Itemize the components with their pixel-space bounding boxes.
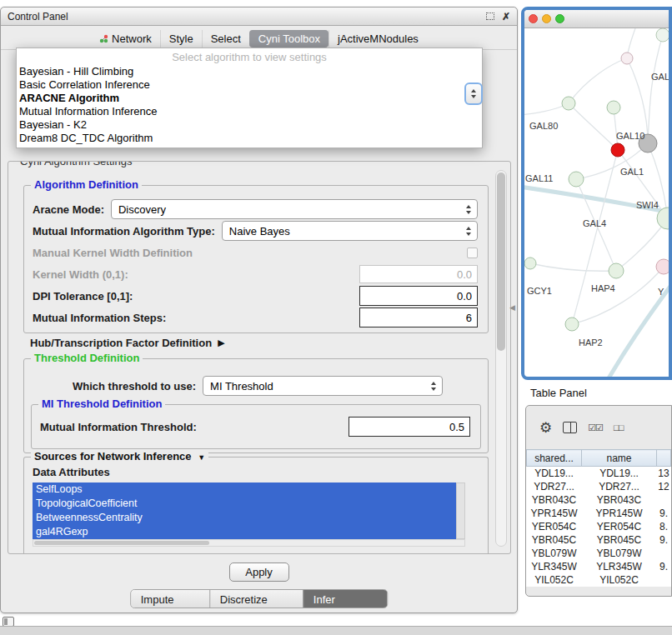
manual-kernel-label: Manual Kernel Width Definition — [33, 247, 193, 259]
algorithm-option-bayesian-hill-climbing[interactable]: Bayesian - Hill Climbing — [17, 65, 482, 78]
column-header-shared-name[interactable]: shared... — [527, 450, 582, 467]
table-row[interactable]: YLR345WYLR345W9. — [527, 560, 671, 573]
hub-definition-label: Hub/Transcription Factor Definition — [30, 337, 212, 349]
network-node[interactable] — [565, 318, 579, 331]
network-node[interactable] — [569, 172, 584, 187]
chevron-down-icon: ▼ — [198, 453, 205, 462]
select-all-icon[interactable]: ☑☑ — [588, 422, 603, 433]
sources-group: Sources for Network Inference ▼ Data Att… — [23, 457, 489, 554]
bottom-tab-discretize-data[interactable]: Discretize Data — [209, 590, 303, 608]
deselect-all-icon[interactable]: □□ — [614, 422, 623, 432]
control-panel-title: Control Panel — [8, 11, 486, 22]
algorithm-popup-list: Bayesian - Hill ClimbingBasic Correlatio… — [17, 65, 482, 145]
tab-network[interactable]: Network — [91, 30, 160, 48]
minimize-window-icon[interactable] — [542, 14, 551, 23]
sources-group-title[interactable]: Sources for Network Inference ▼ — [31, 450, 208, 462]
network-node[interactable] — [621, 52, 633, 64]
kernel-width-input[interactable] — [359, 265, 478, 283]
aracne-mode-select[interactable]: Discovery — [111, 199, 478, 219]
settings-scrollbar-thumb[interactable] — [497, 172, 505, 351]
tab-style[interactable]: Style — [160, 30, 202, 48]
aracne-mode-label: Aracne Mode: — [33, 203, 104, 216]
network-tab-icon — [99, 34, 108, 43]
settings-scrollbar[interactable] — [495, 170, 507, 547]
table-row[interactable]: YDR27...YDR27...12 — [527, 480, 671, 493]
table-row[interactable]: YDL19...YDL19...13 — [527, 467, 671, 480]
panel-collapse-handle[interactable]: ◀ — [509, 303, 515, 312]
which-threshold-label: Which threshold to use: — [73, 380, 196, 392]
mi-steps-row: Mutual Information Steps: — [33, 308, 478, 328]
table-row[interactable]: YBR045CYBR045C9. — [527, 533, 671, 547]
network-node[interactable] — [562, 97, 575, 110]
which-threshold-select[interactable]: MI Threshold — [203, 376, 443, 396]
which-threshold-value: MI Threshold — [210, 380, 431, 392]
table-body: YDL19...YDL19...13YDR27...YDR27...12YBR0… — [527, 467, 671, 587]
data-attributes-label: Data Attributes — [33, 466, 110, 478]
float-window-icon[interactable] — [486, 12, 494, 20]
table-row[interactable]: YER054CYER054C8. — [527, 520, 671, 533]
tab-cyni-toolbox[interactable]: Cyni Toolbox — [249, 30, 328, 48]
network-node[interactable] — [609, 263, 624, 278]
network-node[interactable] — [524, 258, 536, 269]
algorithm-option-bayesian-k2[interactable]: Bayesian - K2 — [17, 118, 482, 132]
table-row[interactable]: YBL079WYBL079W — [527, 547, 671, 560]
combo-spinner-icon — [466, 204, 472, 215]
network-node[interactable] — [656, 28, 669, 42]
attribute-item-topologicalcoefficient[interactable]: TopologicalCoefficient — [33, 497, 456, 511]
node-label-gal10: GAL10 — [616, 131, 644, 141]
combo-spinner-icon — [471, 88, 477, 99]
mi-type-select[interactable]: Naive Bayes — [222, 221, 478, 241]
network-node[interactable] — [611, 143, 624, 157]
algorithm-combobox-fragment[interactable] — [464, 82, 483, 105]
node-label-y: Y — [658, 287, 664, 297]
manual-kernel-checkbox[interactable] — [467, 248, 478, 258]
data-attributes-list: SelfLoopsTopologicalCoefficientBetweenne… — [33, 482, 456, 539]
node-label-gal11: GAL11 — [525, 173, 553, 183]
attributes-horizontal-scrollbar[interactable] — [33, 539, 465, 547]
dpi-tolerance-label: DPI Tolerance [0,1]: — [33, 290, 133, 302]
network-edge — [530, 263, 616, 271]
algorithm-dropdown-popup: Select algorithm to view settings Bayesi… — [16, 48, 483, 148]
combo-spinner-icon — [431, 381, 437, 392]
mi-steps-input[interactable] — [359, 308, 478, 328]
algorithm-option-mutual-information-inference[interactable]: Mutual Information Inference — [17, 105, 482, 118]
algorithm-option-dream8-dc-tdc-algorithm[interactable]: Dream8 DC_TDC Algorithm — [17, 132, 482, 145]
table-row[interactable]: YPR145WYPR145W9. — [527, 507, 671, 520]
column-header-clipped[interactable] — [657, 450, 671, 467]
table-settings-gear-icon[interactable]: ⚙ — [539, 421, 552, 435]
control-panel-tabs: NetworkStyleSelectCyni ToolboxjActiveMNo… — [1, 28, 517, 50]
tab-jactivemnodules[interactable]: jActiveMNodules — [328, 30, 427, 48]
zoom-window-icon[interactable] — [555, 14, 564, 23]
table-row[interactable]: YBR043CYBR043C — [527, 493, 671, 507]
network-node[interactable] — [607, 101, 620, 114]
algorithm-option-basic-correlation-inference[interactable]: Basic Correlation Inference — [17, 78, 482, 92]
aracne-mode-row: Aracne Mode: Discovery — [33, 199, 478, 219]
apply-button[interactable]: Apply — [229, 562, 289, 582]
columns-icon[interactable] — [563, 422, 577, 433]
combo-spinner-icon — [466, 226, 472, 237]
hub-definition-toggle[interactable]: Hub/Transcription Factor Definition ▶ — [30, 337, 225, 349]
bottom-tab-impute-data[interactable]: Impute Data — [131, 590, 209, 608]
table-panel-window: ⚙ ☑☑ □□ shared... name YDL19...YDL19...1… — [525, 405, 672, 597]
attribute-item-gal4rgexp[interactable]: gal4RGexp — [33, 525, 456, 539]
node-label-hap2: HAP2 — [579, 338, 603, 348]
attributes-vertical-scrollbar[interactable] — [456, 482, 465, 539]
column-header-name[interactable]: name — [582, 450, 657, 467]
attribute-item-selfloops[interactable]: SelfLoops — [33, 482, 456, 497]
tab-select[interactable]: Select — [202, 30, 249, 48]
close-window-icon[interactable] — [529, 14, 538, 23]
network-node[interactable] — [656, 259, 669, 274]
table-toolbar: ⚙ ☑☑ □□ — [526, 406, 671, 449]
mi-threshold-input[interactable] — [349, 417, 470, 437]
table-row[interactable]: YIL052CYIL052C — [527, 573, 671, 587]
chevron-right-icon: ▶ — [218, 338, 224, 348]
close-panel-icon[interactable]: ✗ — [502, 12, 510, 22]
table-header-row: shared... name — [527, 450, 671, 467]
node-label-gcy1: GCY1 — [527, 286, 552, 296]
network-edge — [569, 58, 627, 103]
algorithm-option-aracne-algorithm[interactable]: ARACNE Algorithm — [17, 92, 482, 105]
bottom-tab-infer-network[interactable]: Infer Network — [303, 590, 387, 608]
dpi-tolerance-input[interactable] — [359, 286, 478, 306]
network-canvas-svg[interactable]: GALGAL80GAL10GAL11GAL1SWI4GAL4GCY1HAP4YH… — [524, 28, 669, 377]
attribute-item-betweennesscentrality[interactable]: BetweennessCentrality — [33, 511, 456, 525]
